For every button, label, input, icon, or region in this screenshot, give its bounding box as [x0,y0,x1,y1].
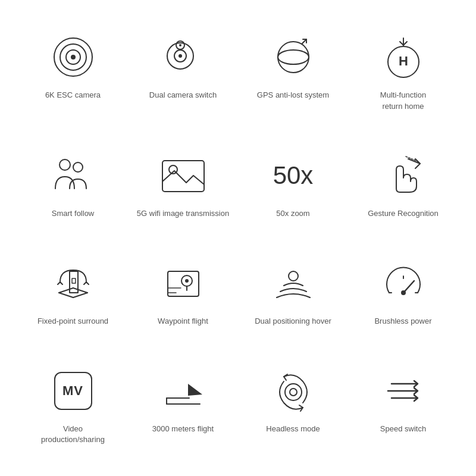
smart-follow-icon [46,149,100,202]
mv-box: MV [54,372,92,410]
waypoint-icon [156,256,210,310]
svg-point-8 [178,54,182,58]
svg-point-3 [71,55,76,60]
svg-line-25 [59,288,73,293]
zoom-label: 50x zoom [276,208,309,219]
feature-row-4: MV Video production/sharing 3000 meters … [18,364,458,445]
svg-rect-22 [72,278,76,283]
feature-row-1: 6K ESC camera Dual camera switch [18,30,458,111]
gesture-icon [377,149,430,202]
speed-icon [377,364,430,418]
feature-flight3000: 3000 meters flight [133,364,234,434]
features-page: 6K ESC camera Dual camera switch [0,0,476,476]
wifi-image-icon [156,149,210,202]
video-icon: MV [46,364,100,418]
feature-waypoint: Waypoint flight [133,256,234,327]
headless-icon [267,364,320,418]
svg-point-15 [60,159,70,170]
6k-esc-label: 6K ESC camera [45,90,101,101]
svg-point-42 [285,384,302,400]
hover-icon [267,256,320,310]
smart-follow-label: Smart follow [52,208,95,219]
svg-line-26 [73,288,87,293]
fixed-point-icon [46,256,100,310]
6k-esc-icon [46,30,100,84]
brushless-label: Brushless power [374,316,431,327]
feature-row-3: Fixed-point surround Waypoint flight [18,256,458,327]
feature-speed: Speed switch [353,364,454,434]
feature-gps: GPS anti-lost system [243,30,344,101]
svg-line-24 [73,293,87,298]
feature-wifi-image: 5G wifi image transmission [133,149,234,219]
waypoint-label: Waypoint flight [158,316,208,327]
dual-camera-label: Dual camera switch [149,90,217,101]
speed-label: Speed switch [380,424,426,434]
headless-label: Headless mode [266,424,320,434]
hover-label: Dual positioning hover [255,316,331,327]
feature-zoom: 50x 50x zoom [243,149,344,219]
svg-line-11 [302,39,306,44]
svg-point-7 [179,44,181,46]
feature-video: MV Video production/sharing [23,364,124,445]
feature-return-home: H Multi-function return home [353,30,454,111]
feature-brushless: Brushless power [353,256,454,327]
gesture-label: Gesture Recognition [368,208,439,219]
gps-label: GPS anti-lost system [257,90,329,101]
svg-point-10 [278,50,309,64]
svg-point-16 [73,162,83,172]
svg-point-9 [278,42,309,73]
svg-marker-39 [188,384,202,396]
svg-line-33 [403,281,414,293]
svg-line-23 [59,293,73,298]
zoom-icon: 50x [267,149,320,202]
svg-point-43 [290,389,297,396]
gps-icon [267,30,320,84]
feature-row-2: Smart follow 5G wifi image transmission … [18,149,458,219]
svg-text:H: H [399,54,408,68]
flight3000-label: 3000 meters flight [152,424,214,434]
svg-point-32 [289,271,298,281]
wifi-image-label: 5G wifi image transmission [137,208,229,219]
flight3000-icon [156,364,210,418]
feature-fixed-point: Fixed-point surround [23,256,124,327]
brushless-icon [377,256,430,310]
feature-6k-esc: 6K ESC camera [23,30,124,101]
feature-headless: Headless mode [243,364,344,434]
feature-dual-camera: Dual camera switch [133,30,234,101]
zoom-text: 50x [273,161,314,190]
feature-hover: Dual positioning hover [243,256,344,327]
return-home-icon: H [377,30,430,84]
fixed-point-label: Fixed-point surround [37,316,108,327]
svg-point-29 [185,279,189,283]
video-label: Video production/sharing [41,424,105,445]
dual-camera-icon [156,30,210,84]
feature-gesture: Gesture Recognition [353,149,454,219]
svg-point-34 [401,290,406,295]
return-home-label: Multi-function return home [380,90,426,111]
feature-smart-follow: Smart follow [23,149,124,219]
